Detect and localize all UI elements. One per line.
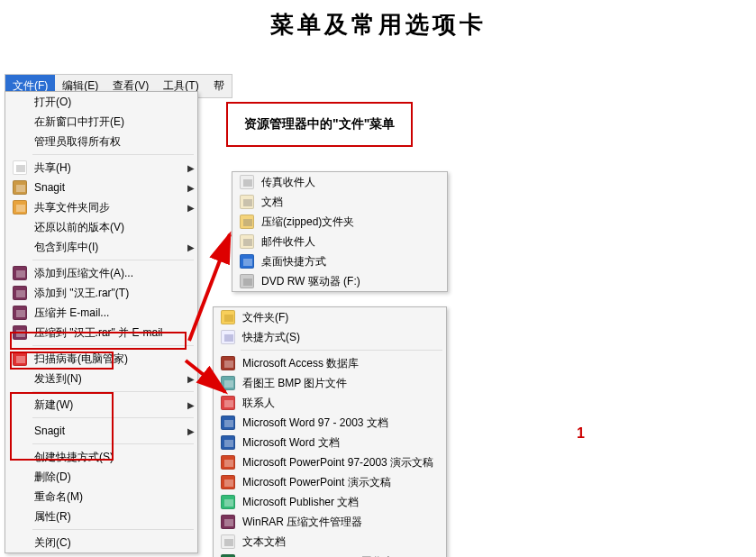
new-submenu: 文件夹(F)快捷方式(S)Microsoft Access 数据库看图王 BMP… [213, 306, 447, 557]
menu-item[interactable]: Microsoft Excel 97-2003 工作表 [214, 552, 446, 557]
menu-item[interactable]: 桌面快捷方式 [232, 251, 447, 271]
menu-item-label: Microsoft Publisher 文档 [239, 495, 446, 510]
menu-item-label: 共享文件夹同步 [31, 200, 185, 215]
rar-icon [13, 325, 27, 340]
mail-icon [240, 234, 254, 249]
bmp-icon [221, 376, 235, 390]
menu-item[interactable]: 关闭(C) [5, 533, 197, 552]
submenu-arrow-icon: ▶ [185, 374, 197, 384]
word-icon [221, 415, 235, 430]
menu-item[interactable]: 添加到 "汉王.rar"(T) [5, 283, 197, 303]
rar-icon [13, 306, 27, 320]
menu-item-label: Microsoft PowerPoint 97-2003 演示文稿 [239, 455, 446, 470]
menu-item-label: 新建(W) [31, 397, 185, 413]
menu-item-label: Snagit [31, 425, 185, 437]
desktop-icon [240, 254, 254, 269]
menu-item[interactable]: 属性(R) [5, 507, 197, 526]
menu-item[interactable]: DVD RW 驱动器 (F:) [232, 271, 447, 291]
menu-item[interactable]: 文本文档 [214, 532, 446, 552]
ppt-icon [221, 455, 235, 470]
blank-icon [13, 114, 27, 129]
menu-item[interactable]: 新建(W)▶ [5, 395, 197, 415]
svg-rect-24 [224, 519, 233, 526]
svg-rect-16 [224, 361, 233, 368]
menu-item[interactable]: 添加到压缩文件(A)... [5, 263, 197, 283]
txt-icon [221, 534, 235, 549]
ppt-icon [221, 475, 235, 489]
shortcut-icon [221, 330, 235, 344]
share-icon [13, 160, 27, 175]
menu-item[interactable]: 文档 [232, 192, 447, 212]
menu-item-label: 属性(R) [31, 509, 185, 525]
submenu-arrow-icon: ▶ [185, 203, 197, 213]
menu-item[interactable]: WinRAR 压缩文件管理器 [214, 512, 446, 532]
menu-separator [32, 443, 194, 444]
sync-icon [13, 200, 27, 215]
menu-item[interactable]: 压缩(zipped)文件夹 [232, 212, 447, 232]
menu-item-label: 重命名(M) [31, 489, 185, 505]
blank-icon [13, 95, 27, 109]
menu-item[interactable]: 发送到(N)▶ [5, 369, 197, 388]
svg-rect-6 [16, 330, 25, 337]
svg-rect-2 [16, 205, 25, 212]
menu-item[interactable]: 邮件收件人 [232, 232, 447, 251]
menu-item[interactable]: 删除(D) [5, 467, 197, 487]
menu-item[interactable]: 创建快捷方式(S) [5, 447, 197, 467]
menu-item-label: 关闭(C) [31, 535, 185, 551]
svg-rect-9 [243, 199, 252, 206]
menu-item[interactable]: 共享(H)▶ [5, 158, 197, 178]
svg-rect-0 [16, 165, 25, 172]
menu-item-label: 联系人 [239, 396, 446, 411]
blank-icon [13, 134, 27, 149]
pub-icon [221, 495, 235, 509]
blank-icon [13, 240, 27, 254]
menu-separator [32, 154, 194, 155]
fax-icon [240, 175, 254, 189]
menu-item[interactable]: 重命名(M) [5, 487, 197, 507]
sendto-submenu: 传真收件人文档压缩(zipped)文件夹邮件收件人桌面快捷方式DVD RW 驱动… [232, 171, 448, 292]
menu-item[interactable]: 打开(O) [5, 92, 197, 112]
menu-item[interactable]: Microsoft Word 97 - 2003 文档 [214, 413, 446, 433]
menu-item[interactable]: 文件夹(F) [214, 307, 446, 327]
svg-rect-19 [224, 420, 233, 427]
blank-icon [13, 220, 27, 234]
menu-separator [32, 345, 194, 346]
menu-item[interactable]: 压缩并 E-mail... [5, 303, 197, 323]
menu-item-label: DVD RW 驱动器 (F:) [258, 274, 447, 289]
menu-item[interactable]: Microsoft PowerPoint 演示文稿 [214, 472, 446, 492]
doc-icon [240, 195, 254, 209]
svg-rect-25 [224, 539, 233, 546]
menu-item[interactable]: Snagit▶ [5, 421, 197, 441]
menu-item[interactable]: 联系人 [214, 393, 446, 413]
menu-item-label: 包含到库中(I) [31, 240, 185, 255]
menu-item[interactable]: Microsoft Publisher 文档 [214, 492, 446, 512]
menu-item[interactable]: 包含到库中(I)▶ [5, 237, 197, 257]
menubar-tab[interactable]: 帮 [206, 75, 232, 97]
svg-rect-1 [16, 185, 25, 192]
menu-item[interactable]: 扫描病毒(电脑管家) [5, 349, 197, 369]
menu-item[interactable]: Microsoft Access 数据库 [214, 353, 446, 373]
menu-item[interactable]: 在新窗口中打开(E) [5, 112, 197, 132]
svg-rect-21 [224, 460, 233, 467]
svg-rect-14 [224, 315, 233, 322]
menu-item[interactable]: 还原以前的版本(V) [5, 217, 197, 237]
menu-item[interactable]: Snagit▶ [5, 178, 197, 197]
menu-item[interactable]: 共享文件夹同步▶ [5, 197, 197, 217]
menu-item-label: 创建快捷方式(S) [31, 450, 185, 465]
word-icon [221, 435, 235, 450]
menu-item[interactable]: 传真收件人 [232, 172, 447, 192]
menu-item-label: 压缩并 E-mail... [31, 306, 185, 321]
dvd-icon [240, 274, 254, 288]
menu-item[interactable]: 压缩到 "汉王.rar" 并 E-mail [5, 323, 197, 342]
menu-item[interactable]: 管理员取得所有权 [5, 132, 197, 151]
menu-item[interactable]: Microsoft PowerPoint 97-2003 演示文稿 [214, 452, 446, 472]
menu-item[interactable]: 快捷方式(S) [214, 327, 446, 347]
access-icon [221, 356, 235, 370]
menu-item-label: Microsoft Access 数据库 [239, 356, 446, 371]
menu-item[interactable]: Microsoft Word 文档 [214, 433, 446, 452]
svg-rect-20 [224, 440, 233, 447]
menu-item-label: Microsoft Word 97 - 2003 文档 [239, 415, 446, 431]
svg-rect-3 [16, 270, 25, 278]
menu-item[interactable]: 看图王 BMP 图片文件 [214, 373, 446, 393]
snagit-icon [13, 180, 27, 195]
